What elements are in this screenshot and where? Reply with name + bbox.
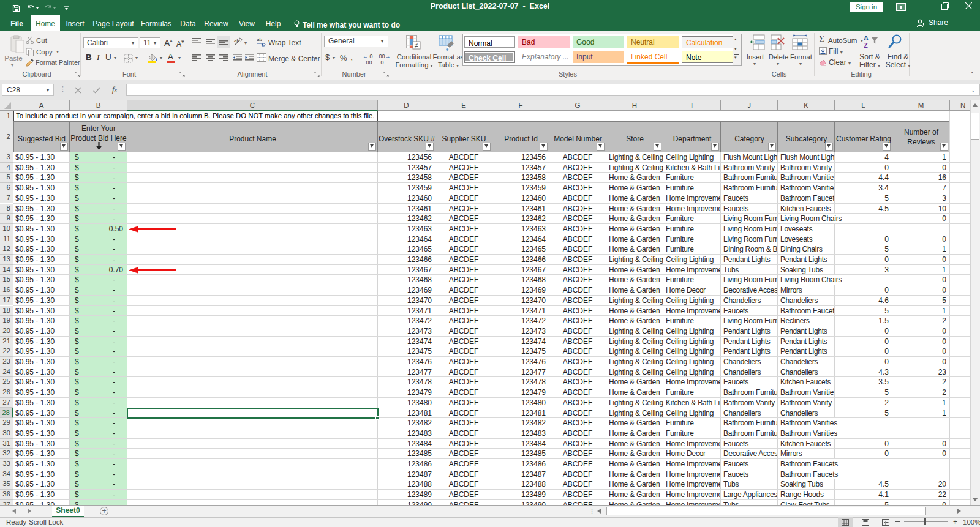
svg-text:Z: Z — [864, 42, 868, 49]
svg-text:ab: ab — [234, 38, 239, 43]
svg-text:≠: ≠ — [415, 42, 418, 49]
svg-text:ab: ab — [257, 37, 262, 42]
svg-text:A: A — [864, 34, 869, 42]
